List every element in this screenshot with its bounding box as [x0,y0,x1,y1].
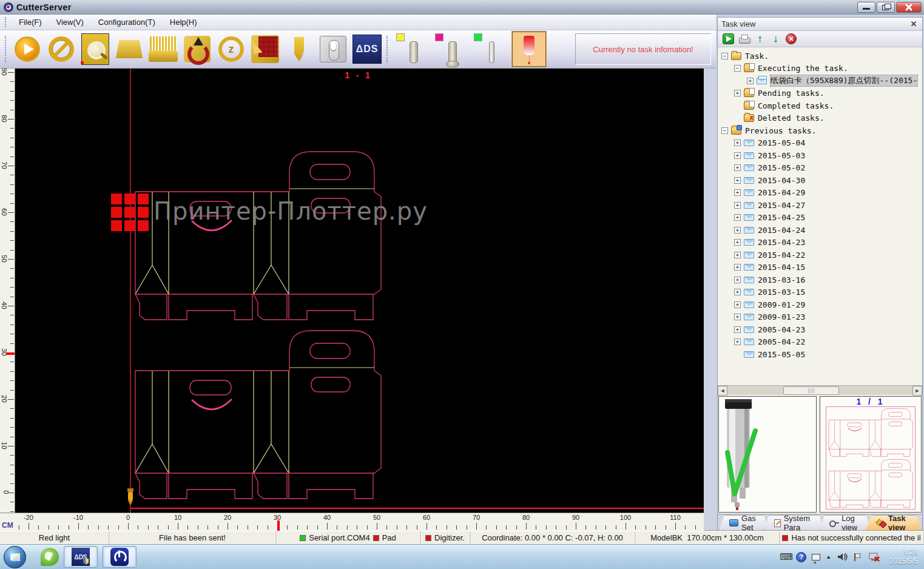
tool-status-yellow[interactable] [395,33,428,66]
stop-button[interactable] [47,33,76,66]
move-down-button[interactable]: ↓ [770,33,781,44]
folder-doc-icon [744,89,754,97]
play-button[interactable] [13,33,42,66]
tree-item[interactable]: +2015-04-30 [718,174,922,187]
tree-item[interactable]: +2015-04-24 [718,224,922,237]
tree-item[interactable]: 2015-05-05 [718,348,922,361]
tree-item[interactable]: −Task. [718,50,922,62]
clock[interactable]: 9:28 2015/5/5 [889,548,918,566]
tree-expander[interactable]: + [734,326,741,333]
tree-expander[interactable]: + [734,314,741,320]
scroll-thumb[interactable] [783,386,839,395]
tree-expander[interactable]: + [734,277,741,283]
tree-item[interactable]: +2005-04-22 [718,336,922,349]
tree-item[interactable]: +Pending tasks. [718,87,922,100]
zoom-button[interactable] [81,33,110,66]
minimize-button[interactable] [857,2,875,13]
move-origin-button[interactable] [183,33,212,66]
tree-expander[interactable]: + [734,189,741,196]
tree-expander[interactable]: + [734,140,741,146]
tree-expander[interactable]: + [734,90,741,96]
tree-expander[interactable]: + [734,214,741,221]
tree-item[interactable]: −Previous tasks. [718,124,922,137]
tree-expander[interactable]: + [734,264,741,271]
panel-switch-button[interactable] [319,33,348,66]
help-icon[interactable]: ? [796,552,806,562]
tree-item[interactable]: +2015-04-27 [718,199,922,212]
tree-item[interactable]: +2009-01-23 [718,311,922,324]
tree-expander[interactable]: + [734,338,741,345]
menu-help[interactable]: Help(H) [164,16,203,28]
show-hidden-icons[interactable]: ▲ [826,554,831,560]
tab-system-para[interactable]: System Para [764,515,825,530]
tree-item[interactable]: +2015-04-15 [718,261,922,274]
tool-status-magenta[interactable] [434,33,467,66]
tree-expander[interactable]: + [734,239,741,246]
flag-icon[interactable] [853,552,863,562]
active-tool-button[interactable] [512,32,546,67]
coreldraw-app-icon[interactable] [41,546,59,568]
tab-gas-set[interactable]: Gas Set [719,515,769,530]
scroll-left-icon[interactable]: ◄ [718,386,727,396]
tab-task-view[interactable]: Task view [866,515,922,530]
tree-item[interactable]: +2015-04-29 [718,187,922,200]
ads-button[interactable]: ΔDS [352,33,382,66]
ruler-label: 0 [2,490,10,494]
tree-h-scrollbar[interactable]: ◄ ► [718,385,922,395]
tree-expander[interactable]: + [734,252,741,258]
tree-expander[interactable]: − [721,53,728,59]
tab-log-view[interactable]: Log view [819,515,871,530]
move-up-button[interactable]: ↑ [754,33,766,44]
tree-item[interactable]: Completed tasks. [718,99,922,112]
tree-expander[interactable]: + [734,289,741,295]
tree-item[interactable]: +2015-04-25 [718,212,922,224]
plotter-bed-icon [116,40,143,58]
restore-button[interactable] [877,2,895,13]
menu-view[interactable]: View(V) [50,16,90,28]
rotate-z-button[interactable]: z [217,33,246,66]
tree-item[interactable]: −Executing the task. [718,62,922,75]
panel-close-icon[interactable]: ✕ [909,19,919,29]
tree-expander[interactable]: + [734,164,741,171]
volume-icon[interactable] [837,552,848,562]
close-button[interactable] [896,2,922,13]
tab-label: Gas Set [741,514,760,532]
tree-item[interactable]: +2015-05-04 [718,137,922,150]
print-task-button[interactable] [738,33,750,44]
scroll-right-icon[interactable]: ► [912,386,922,396]
tree-expander[interactable]: − [734,65,741,72]
pen-tool-button[interactable] [285,33,314,66]
menu-configuration[interactable]: Configuration(T) [92,16,161,28]
tree-expander[interactable]: + [734,202,741,209]
tree-item[interactable]: +2009-01-29 [718,298,922,311]
window-tray-icon[interactable] [812,554,820,561]
keyboard-icon[interactable]: ⌨ [780,551,791,562]
network-error-icon[interactable] [868,552,880,562]
tree-item[interactable]: +2015-03-16 [718,274,922,286]
cutting-canvas[interactable]: 1 - 1 Принтер-Плоттер.ру [15,69,704,513]
tree-item[interactable]: Deleted tasks. [718,112,922,125]
tree-expander[interactable]: + [747,78,754,84]
tree-item[interactable]: +2015-04-22 [718,249,922,261]
comb-button[interactable] [149,33,178,66]
grid-move-button[interactable] [251,33,280,66]
tree-item[interactable]: +2005-04-23 [718,323,922,336]
tree-expander[interactable]: + [734,152,741,159]
run-task-button[interactable] [723,33,734,44]
delete-task-button[interactable]: ✕ [786,33,797,44]
tree-item[interactable]: +纸袋白卡（595X889)原点切割--(2015- [718,75,922,87]
tree-item[interactable]: +2015-04-23 [718,237,922,249]
tree-expander[interactable]: − [721,127,728,134]
start-button[interactable] [4,546,26,568]
tree-item[interactable]: +2015-05-03 [718,149,922,162]
ads-app-button[interactable]: ΔDS [64,546,98,568]
tree-expander[interactable]: + [734,177,741,184]
tree-expander[interactable]: + [734,227,741,234]
tree-item[interactable]: +2015-03-15 [718,286,922,299]
tree-item[interactable]: +2015-05-02 [718,162,922,175]
tree-expander[interactable]: + [734,301,741,308]
cutterserver-app-button[interactable] [103,546,137,568]
menu-file[interactable]: File(F) [13,16,48,28]
tool-status-green[interactable] [473,33,505,66]
plotter-bed-button[interactable] [115,33,144,66]
